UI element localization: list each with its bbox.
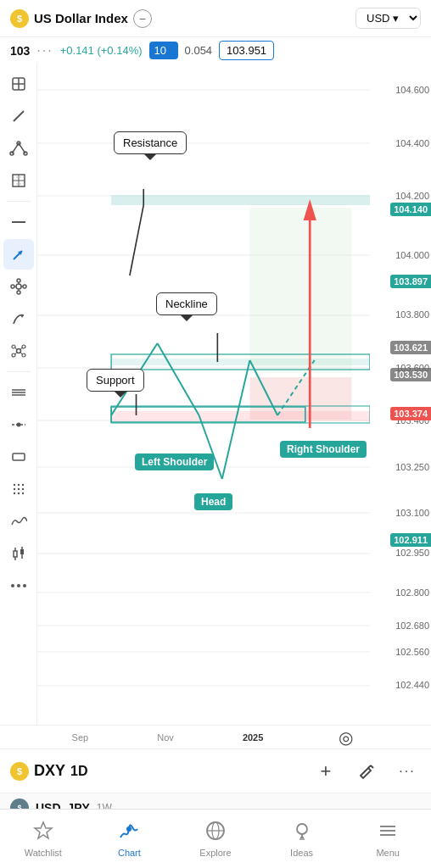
support-callout: Support [87,369,144,392]
line-tool[interactable] [3,101,34,131]
add-button[interactable]: + [312,758,339,785]
instrument-bar: $ DXY 1D + ··· [0,748,431,793]
svg-point-38 [16,423,20,427]
curved-arrow-tool[interactable] [3,303,34,334]
time-nov: Nov [157,732,174,743]
svg-point-46 [13,492,14,494]
price-input[interactable] [149,42,178,59]
nav-menu[interactable]: Menu [344,810,431,868]
svg-line-30 [15,348,17,350]
polyline-tool[interactable] [3,133,34,164]
svg-rect-76 [249,377,351,420]
svg-point-95 [126,826,132,832]
dots-pattern-tool[interactable] [3,474,34,504]
nav-ideas[interactable]: Ideas [259,810,345,868]
price-103100: 103.100 [395,508,429,518]
price-103600: 103.600 [395,363,429,373]
network-tool[interactable] [3,336,34,366]
watchlist-icon [33,821,53,846]
price-102800: 102.800 [395,587,429,598]
currency-select[interactable]: USD ▾ EUR GBP [355,8,421,29]
minus-button[interactable]: − [133,9,152,28]
resistance-callout: Resistance [114,131,187,154]
svg-rect-52 [20,549,24,554]
svg-point-25 [16,349,20,353]
nodes-tool[interactable] [3,271,34,302]
svg-point-19 [17,291,20,294]
svg-line-31 [20,348,22,350]
regression-tool[interactable] [3,165,34,196]
svg-rect-75 [249,208,351,373]
svg-point-45 [21,488,23,490]
left-shoulder-label: Left Shoulder [135,453,214,470]
dash-tool[interactable] [3,409,34,440]
svg-point-57 [23,584,26,587]
svg-line-33 [20,352,22,354]
svg-line-32 [15,352,17,354]
left-toolbar [0,64,37,725]
chart-svg [37,64,370,725]
price-102950: 102.950 [395,548,429,558]
price-102680: 102.680 [395,620,429,631]
nav-ideas-label: Ideas [290,848,313,858]
nav-chart-label: Chart [118,848,141,858]
neckline-callout: Neckline [156,292,217,315]
time-2025: 2025 [243,732,263,743]
badge-104140: 104.140 [390,203,431,216]
ideas-icon [292,821,312,846]
price-small: 0.054 [185,44,213,57]
horizontal-tool[interactable] [3,207,34,237]
nav-explore-label: Explore [199,848,231,858]
price-dots[interactable]: ··· [36,43,53,58]
svg-point-16 [11,285,14,288]
right-shoulder-label: Right Shoulder [280,441,367,458]
svg-point-43 [13,488,14,490]
wave-tool[interactable] [3,506,34,537]
time-axis: Sep Nov 2025 ◎ [0,725,431,748]
badge-103374: 103.374 [390,407,431,420]
dxy-icon: $ [10,762,29,781]
ticker-name: DXY [34,762,65,780]
crosshair-tool[interactable] [3,69,34,99]
nav-watchlist[interactable]: Watchlist [0,810,87,868]
svg-rect-39 [13,453,25,460]
edit-button[interactable] [353,758,380,785]
more-options-button[interactable]: ··· [394,758,421,785]
price-current: 103 [10,44,30,58]
svg-point-17 [23,285,26,288]
svg-point-42 [21,484,23,486]
svg-point-40 [13,484,14,486]
toolbar-divider-2 [7,371,31,372]
explore-icon [205,821,226,846]
instrument-info: $ DXY 1D [10,762,87,781]
candle-tool[interactable] [3,538,34,569]
bottom-nav: Watchlist Chart Explore Ideas Menu [0,809,431,868]
rectangle-tool[interactable] [3,442,34,472]
time-camera-icon[interactable]: ◎ [332,724,359,751]
price-change: +0.141 (+0.14%) [60,44,143,57]
chart-icon [118,821,140,846]
svg-point-29 [22,353,25,357]
nav-explore[interactable]: Explore [172,810,259,868]
svg-line-3 [14,111,24,121]
chart-area[interactable]: Resistance Neckline Support Left Shoulde… [37,64,370,725]
price-102560: 102.560 [395,647,429,657]
more-tools[interactable] [3,570,34,601]
currency-selector[interactable]: USD ▾ EUR GBP [355,8,421,29]
lines-tool[interactable] [3,377,34,408]
toolbar-divider-1 [7,201,31,202]
currency-icon: $ [10,9,29,28]
svg-point-26 [12,345,15,348]
arrow-tool[interactable] [3,239,34,270]
svg-point-41 [17,484,19,486]
menu-icon [378,821,398,846]
svg-line-93 [371,765,373,768]
svg-marker-94 [35,822,52,838]
head-label: Head [194,493,232,510]
header-left: $ US Dollar Index − [10,9,152,28]
svg-rect-72 [111,195,370,205]
price-bar: 103 ··· +0.141 (+0.14%) 0.054 103.951 [0,37,431,64]
nav-chart[interactable]: Chart [87,810,173,868]
svg-point-99 [297,824,307,834]
instrument-actions: + ··· [312,758,421,785]
